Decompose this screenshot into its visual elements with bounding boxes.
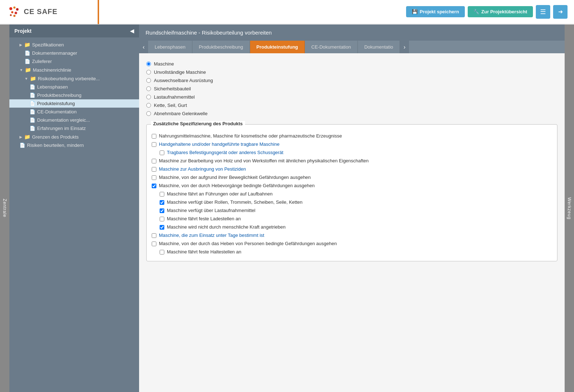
doc-icon: 📄: [30, 126, 35, 131]
save-button[interactable]: 💾 Projekt speichern: [406, 6, 465, 17]
tree-item-dokumentenmanager[interactable]: 📄 Dokumentenmanager: [9, 49, 139, 57]
tree-item-erfahrungen[interactable]: 📄 Erfahrungen im Einsatz: [9, 124, 139, 132]
content-area: Rundschleifmaschine - Risikobeurteilung …: [139, 24, 565, 392]
tab-produktbeschreibung[interactable]: Produktbeschreibung: [192, 41, 250, 53]
svg-point-5: [10, 14, 12, 16]
folder-icon: 📁: [24, 42, 30, 48]
menu-button[interactable]: ☰: [536, 5, 550, 19]
tree-item-risikobeurteilung[interactable]: ▼ 📁 Risikobeurteilung vorbereite...: [9, 74, 139, 83]
content-body: Maschine Unvollständige Maschine Auswech…: [139, 53, 565, 392]
project-header: Projekt ◀: [9, 24, 139, 37]
check-pestiziden[interactable]: Maschine zur Ausbringung von Pestiziden: [152, 165, 552, 173]
svg-point-0: [9, 7, 12, 10]
logo-icon: [7, 5, 21, 19]
doc-icon: 📄: [19, 143, 25, 148]
main-layout: Zentrale Projekt ◀ ▶ 📁 Spezifikationen 📄…: [0, 24, 574, 392]
check-rollen[interactable]: Maschine verfügt über Rollen, Trommeln, …: [152, 198, 552, 206]
radio-unvollstaendige[interactable]: Unvollständige Maschine: [146, 68, 557, 76]
arrow-icon: ▶: [19, 43, 22, 47]
check-ladestellen[interactable]: Maschine fährt feste Ladestellen an: [152, 215, 552, 223]
arrow-icon: ▼: [19, 68, 23, 72]
tab-lebensphasen[interactable]: Lebensphasen: [148, 41, 192, 53]
radio-lastaufnahmemittel[interactable]: Lastaufnahmemittel: [146, 93, 557, 101]
check-handgehaltene[interactable]: Handgehaltene und/oder handgeführte trag…: [152, 140, 552, 148]
doc-icon: 📄: [30, 93, 35, 98]
check-fuehrungen[interactable]: Maschine fährt an Führungen oder auf Lau…: [152, 190, 552, 198]
tab-ce-dokumentation[interactable]: CE-Dokumentation: [305, 41, 358, 53]
radio-sicherheitsbauteil[interactable]: Sicherheitsbauteil: [146, 85, 557, 93]
svg-point-1: [13, 6, 15, 9]
tree-item-lebensphasen[interactable]: 📄 Lebensphasen: [9, 83, 139, 91]
tree-item-maschinenrichlinie[interactable]: ▼ 📁 Maschinenrichlinie: [9, 66, 139, 74]
project-tree: ▶ 📁 Spezifikationen 📄 Dokumentenmanager …: [9, 37, 139, 392]
check-tragbares[interactable]: Tragbares Befestigungsgerät oder anderes…: [152, 148, 552, 157]
zentrale-tab[interactable]: Zentrale: [0, 24, 9, 392]
check-haltestellen[interactable]: Maschine fährt feste Haltestellen an: [152, 248, 552, 256]
folder-icon: 📁: [25, 67, 31, 73]
section-content: Nahrungsmittelmaschine, Maschine für kos…: [152, 132, 552, 256]
tree-item-produktbeschreibung[interactable]: 📄 Produktbeschreibung: [9, 91, 139, 99]
arrow-icon: ▶: [19, 135, 22, 139]
tabs-bar: ‹ Lebensphasen Produktbeschreibung Produ…: [139, 41, 565, 53]
check-nahrungsmittel[interactable]: Nahrungsmittelmaschine, Maschine für kos…: [152, 132, 552, 140]
page-title: Rundschleifmaschine - Risikobeurteilung …: [146, 30, 272, 36]
exit-button[interactable]: ➜: [553, 5, 568, 19]
tab-dokumentation[interactable]: Dokumentatio: [358, 41, 400, 53]
logo-area: CE SAFE: [4, 0, 99, 24]
svg-point-4: [15, 12, 17, 14]
check-beweglichkeit[interactable]: Maschine, von der aufgrund ihrer Bewegli…: [152, 173, 552, 181]
tree-item-produkteinstufung[interactable]: 📄 Produkteinstufung: [9, 99, 139, 108]
folder-icon: 📁: [24, 134, 30, 140]
overview-button[interactable]: 🔧 Zur Projektübersicht: [468, 6, 533, 17]
section-title: Zusätzliche Spezifizierung des Produkts: [151, 121, 245, 126]
collapse-icon[interactable]: ◀: [130, 28, 134, 34]
tree-item-ce-dokumentation[interactable]: 📄 CE-Dokumentation: [9, 108, 139, 116]
check-personen[interactable]: Maschine, von der durch das Heben von Pe…: [152, 239, 552, 248]
svg-point-6: [13, 15, 15, 17]
header: CE SAFE 💾 Projekt speichern 🔧 Zur Projek…: [0, 0, 574, 24]
doc-icon: 📄: [25, 59, 30, 64]
project-panel: Projekt ◀ ▶ 📁 Spezifikationen 📄 Dokument…: [9, 24, 139, 392]
radio-maschine[interactable]: Maschine: [146, 60, 557, 68]
radio-auswechselbare[interactable]: Auswechselbare Ausrüstung: [146, 76, 557, 85]
check-tage[interactable]: Maschine, die zum Einsatz unter Tage bes…: [152, 231, 552, 239]
doc-icon: 📄: [30, 84, 35, 90]
check-lastaufnahme[interactable]: Maschine verfügt über Lastaufnahmemittel: [152, 206, 552, 215]
check-holz[interactable]: Maschine zur Bearbeitung von Holz und vo…: [152, 157, 552, 165]
tab-prev-button[interactable]: ‹: [139, 41, 148, 53]
folder-icon: 📁: [30, 76, 36, 81]
tree-item-grenzen[interactable]: ▶ 📁 Grenzen des Produkts: [9, 132, 139, 141]
arrow-icon: ▼: [25, 77, 28, 81]
radio-group: Maschine Unvollständige Maschine Auswech…: [146, 60, 557, 118]
doc-icon: 📄: [30, 109, 35, 114]
menu-icon: ☰: [540, 8, 546, 16]
app-title: CE SAFE: [24, 8, 58, 16]
radio-abnehmbare[interactable]: Abnehmbare Gelenkwelle: [146, 109, 557, 118]
svg-point-3: [11, 11, 13, 13]
radio-kette[interactable]: Kette, Seil, Gurt: [146, 101, 557, 109]
doc-icon: 📄: [30, 117, 35, 123]
tree-item-spezifikationen[interactable]: ▶ 📁 Spezifikationen: [9, 40, 139, 49]
tab-next-button[interactable]: ›: [400, 41, 409, 53]
check-menschliche-kraft[interactable]: Maschine wird nicht durch menschliche Kr…: [152, 223, 552, 231]
tree-item-risiken[interactable]: 📄 Risiken beurteilen, mindern: [9, 141, 139, 149]
wrench-icon: 🔧: [473, 9, 479, 14]
tree-item-dokumentation-vergleic[interactable]: 📄 Dokumentation vergleic...: [9, 116, 139, 124]
check-hebevorgaenge[interactable]: Maschine, von der durch Hebevorgänge bed…: [152, 181, 552, 190]
exit-icon: ➜: [558, 8, 563, 15]
tab-produkteinstufung[interactable]: Produkteinstufung: [250, 41, 305, 53]
save-icon: 💾: [412, 9, 418, 14]
tree-item-zulieferer[interactable]: 📄 Zulieferer: [9, 57, 139, 66]
zusatz-section: Zusätzliche Spezifizierung des Produkts …: [146, 124, 557, 261]
svg-point-2: [16, 8, 19, 10]
doc-icon: 📄: [30, 101, 35, 106]
content-header: Rundschleifmaschine - Risikobeurteilung …: [139, 24, 565, 41]
doc-icon: 📄: [25, 50, 30, 56]
werkzeug-tab[interactable]: Werkzeug: [565, 24, 574, 392]
